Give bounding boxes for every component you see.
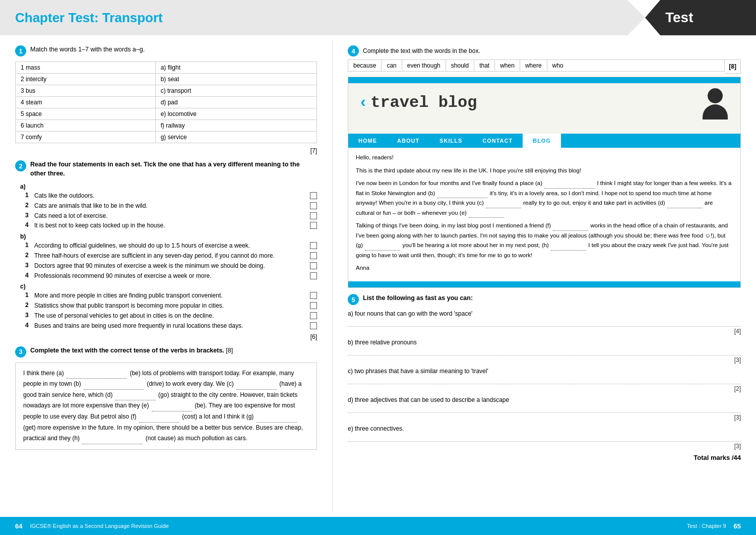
q5-item: c) two phrases that have a similar meani… bbox=[348, 368, 741, 392]
question-5: 5 List the following as fast as you can:… bbox=[348, 294, 741, 461]
list-item: 1According to official guidelines, we sh… bbox=[15, 242, 317, 250]
word-where: where bbox=[520, 60, 547, 71]
test-label: Test bbox=[665, 10, 694, 26]
list-item: 3Doctors agree that 90 minutes of exerci… bbox=[15, 262, 317, 270]
answer-line bbox=[348, 347, 741, 355]
checkbox[interactable] bbox=[310, 242, 317, 249]
item-number: 2 bbox=[25, 302, 34, 309]
item-marks: [4] bbox=[348, 328, 741, 335]
item-marks: [2] bbox=[348, 385, 741, 392]
q5-item-label: c) two phrases that have a similar meani… bbox=[348, 368, 741, 375]
question-1: 1 Match the words 1–7 with the words a–g… bbox=[15, 45, 317, 154]
q5-number: 5 bbox=[348, 294, 359, 305]
table-row: 1 massa) flight bbox=[16, 62, 317, 74]
item-number: 3 bbox=[25, 262, 34, 269]
table-row: 2 intercityb) seat bbox=[16, 74, 317, 85]
q4-marks: [8] bbox=[725, 60, 741, 74]
q2-groups: a)1Cats like the outdoors.2Cats are anim… bbox=[15, 183, 317, 330]
checkbox[interactable] bbox=[310, 302, 317, 309]
table-row: 3 busc) transport bbox=[16, 85, 317, 97]
footer-left: 64 IGCSE® English as a Second Language R… bbox=[15, 522, 169, 530]
footer-page-right: 65 bbox=[734, 522, 741, 530]
q4-number: 4 bbox=[348, 45, 359, 56]
page-header: Chapter Test: Transport Test bbox=[0, 0, 756, 35]
item-number: 1 bbox=[25, 291, 34, 299]
list-item: 2Three half-hours of exercise are suffic… bbox=[15, 252, 317, 260]
q2-group-label: c) bbox=[15, 283, 317, 290]
word-can: can bbox=[382, 60, 402, 71]
checkbox[interactable] bbox=[310, 222, 317, 229]
nav-blog[interactable]: BLOG bbox=[523, 134, 561, 148]
q1-right: e) locomotive bbox=[155, 108, 317, 120]
total-marks: Total marks /44 bbox=[348, 454, 741, 461]
item-number: 1 bbox=[25, 242, 34, 249]
list-item: 4It is best not to keep cats locked up i… bbox=[15, 221, 317, 230]
q1-left: 6 launch bbox=[16, 120, 156, 132]
avatar-head bbox=[708, 88, 723, 103]
q5-item: a) four nouns that can go with the word … bbox=[348, 310, 741, 335]
item-marks: [3] bbox=[348, 356, 741, 364]
q5-item-label: e) three connectives. bbox=[348, 425, 741, 432]
blog-chevron: ‹ bbox=[358, 93, 368, 112]
blog-top-bar bbox=[348, 77, 740, 83]
q2-group: b)1According to official guidelines, we … bbox=[15, 233, 317, 280]
blog-greeting: Hello, readers! bbox=[356, 153, 733, 163]
nav-skills[interactable]: SKILLS bbox=[429, 134, 472, 148]
q1-left: 4 steam bbox=[16, 97, 156, 108]
avatar bbox=[700, 88, 730, 118]
q3-instruction: Complete the text with the correct tense… bbox=[30, 346, 233, 355]
checkbox[interactable] bbox=[310, 292, 317, 299]
item-marks: [3] bbox=[348, 414, 741, 421]
q1-left: 3 bus bbox=[16, 85, 156, 97]
q5-item-label: d) three adjectives that can be used to … bbox=[348, 396, 741, 403]
checkbox[interactable] bbox=[310, 322, 317, 329]
nav-contact[interactable]: CONTACT bbox=[472, 134, 523, 148]
q1-right: f) railway bbox=[155, 120, 317, 132]
checkbox[interactable] bbox=[310, 202, 317, 209]
checkbox[interactable] bbox=[310, 262, 317, 269]
item-number: 4 bbox=[25, 221, 34, 228]
list-item: 1More and more people in cities are find… bbox=[15, 291, 317, 300]
page-title: Chapter Test: Transport bbox=[15, 10, 163, 26]
checkbox[interactable] bbox=[310, 312, 317, 319]
checkbox[interactable] bbox=[310, 252, 317, 259]
main-content: 1 Match the words 1–7 with the words a–g… bbox=[0, 35, 756, 517]
word-when: when bbox=[495, 60, 520, 71]
answer-line bbox=[348, 376, 741, 384]
q2-number: 2 bbox=[15, 160, 26, 171]
checkbox[interactable] bbox=[310, 212, 317, 219]
footer-text-left: IGCSE® English as a Second Language Revi… bbox=[30, 523, 168, 529]
answer-line bbox=[348, 434, 741, 442]
blog-bottom-bar bbox=[348, 281, 740, 287]
word-because: because bbox=[348, 60, 382, 71]
q2-group-label: b) bbox=[15, 233, 317, 240]
list-item: 2Statistics show that public transport i… bbox=[15, 302, 317, 310]
q4-instruction: Complete the text with the words in the … bbox=[363, 47, 480, 54]
word-should: should bbox=[446, 60, 474, 71]
blog-title-area: ‹travel blog bbox=[348, 83, 740, 134]
q1-right: d) pad bbox=[155, 97, 317, 108]
q1-right: c) transport bbox=[155, 85, 317, 97]
blog-para2: Talking of things I've been doing, in my… bbox=[356, 221, 733, 260]
q1-left: 5 space bbox=[16, 108, 156, 120]
blog-nav: HOME ABOUT SKILLS CONTACT BLOG bbox=[348, 134, 740, 148]
q5-item: b) three relative pronouns [3] bbox=[348, 339, 741, 364]
question-2: 2 Read the four statements in each set. … bbox=[15, 160, 317, 340]
nav-about[interactable]: ABOUT bbox=[387, 134, 429, 148]
q3-header: 3 Complete the text with the correct ten… bbox=[15, 346, 317, 358]
item-number: 4 bbox=[25, 322, 34, 329]
q1-left: 7 comfy bbox=[16, 132, 156, 143]
item-text: Doctors agree that 90 minutes of exercis… bbox=[34, 262, 305, 270]
word-that: that bbox=[474, 60, 495, 71]
item-text: Cats like the outdoors. bbox=[34, 192, 305, 200]
right-column: 4 Complete the text with the words in th… bbox=[333, 40, 756, 512]
checkbox[interactable] bbox=[310, 192, 317, 199]
word-even-though: even though bbox=[402, 60, 446, 71]
nav-home[interactable]: HOME bbox=[348, 134, 387, 148]
item-number: 2 bbox=[25, 252, 34, 259]
list-item: 1Cats like the outdoors. bbox=[15, 192, 317, 200]
item-number: 3 bbox=[25, 212, 34, 219]
avatar-body bbox=[703, 104, 728, 120]
q2-group: a)1Cats like the outdoors.2Cats are anim… bbox=[15, 183, 317, 230]
checkbox[interactable] bbox=[310, 272, 317, 279]
